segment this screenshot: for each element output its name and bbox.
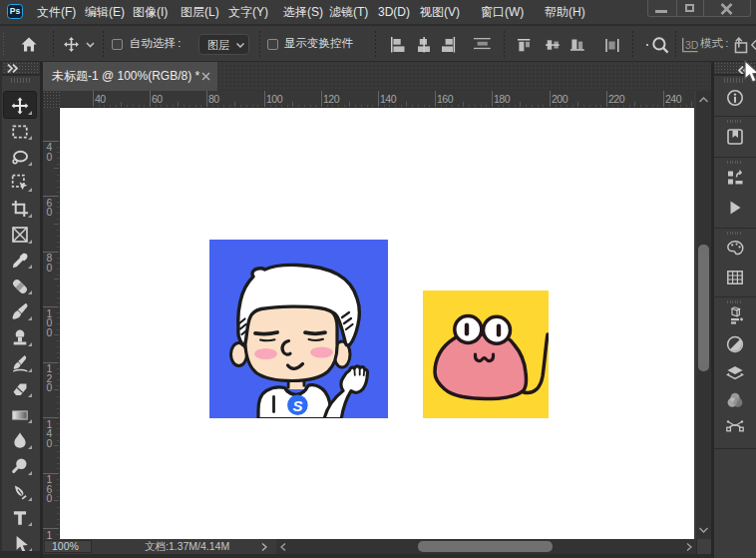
svg-text:S: S bbox=[292, 397, 302, 414]
